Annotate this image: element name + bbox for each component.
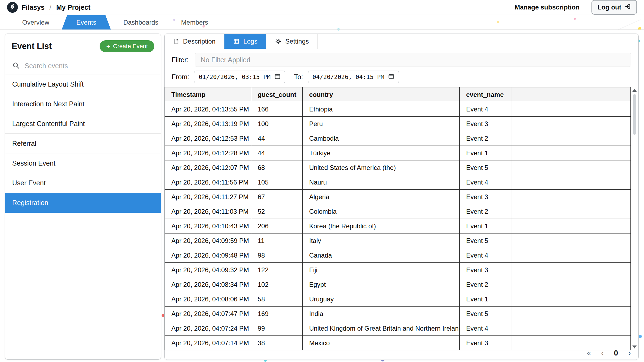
search-icon	[12, 62, 20, 70]
tab-description-label: Description	[183, 38, 215, 45]
cell-event-name: Event 4	[460, 321, 512, 336]
pagination-prev-button[interactable]: ‹	[601, 349, 604, 357]
app-logo[interactable]	[7, 2, 18, 13]
cell-event-name: Event 3	[460, 190, 512, 204]
create-event-button[interactable]: + Create Event	[100, 40, 154, 52]
nav-tab-dashboards[interactable]: Dashboards	[112, 15, 169, 29]
table-row[interactable]: Apr 20, 2026, 04:08:06 PM 58 Uruguay Eve…	[165, 292, 631, 307]
nav-tab-members[interactable]: Members	[170, 15, 220, 29]
calendar-icon[interactable]	[388, 73, 394, 81]
table-row[interactable]: Apr 20, 2026, 04:07:24 PM 99 United King…	[165, 321, 631, 336]
table-row[interactable]: Apr 20, 2026, 04:12:28 PM 44 Türkiye Eve…	[165, 146, 631, 160]
event-list-item[interactable]: Cumulative Layout Shift	[5, 74, 161, 94]
cell-country: Canada	[303, 248, 460, 263]
cell-timestamp: Apr 20, 2026, 04:07:14 PM	[165, 336, 251, 350]
cell-country: Cambodia	[303, 131, 460, 146]
cell-guest-count: 105	[251, 175, 303, 190]
calendar-icon[interactable]	[274, 73, 281, 81]
tab-logs[interactable]: Logs	[224, 34, 266, 49]
table-row[interactable]: Apr 20, 2026, 04:08:34 PM 102 Egypt Even…	[165, 277, 631, 292]
cell-guest-count: 100	[251, 117, 303, 131]
search-input[interactable]	[24, 62, 154, 70]
cell-event-name: Event 3	[460, 117, 512, 131]
table-row[interactable]: Apr 20, 2026, 04:11:56 PM 105 Nauru Even…	[165, 175, 631, 190]
cell-guest-count: 122	[251, 263, 303, 277]
cell-guest-count: 44	[251, 131, 303, 146]
cell-extra	[512, 321, 631, 336]
column-header-timestamp[interactable]: Timestamp	[165, 87, 251, 102]
logout-button[interactable]: Log out	[591, 0, 637, 15]
event-list-item[interactable]: Session Event	[5, 153, 161, 173]
event-list-item[interactable]: Registration	[5, 193, 161, 213]
pagination-next-button[interactable]: ›	[628, 349, 631, 357]
to-date-input[interactable]: 04/20/2026, 04:15 PM	[308, 71, 399, 83]
pagination-current-page: 0	[614, 349, 618, 357]
brand-name[interactable]: Filasys	[22, 4, 45, 11]
table-row[interactable]: Apr 20, 2026, 04:12:07 PM 68 United Stat…	[165, 160, 631, 175]
primary-nav: Overview Events Dashboards Members	[0, 15, 644, 30]
from-date-input[interactable]: 01/20/2026, 03:15 PM	[194, 71, 285, 83]
nav-tab-events[interactable]: Events	[62, 15, 111, 29]
column-header-guest-count[interactable]: guest_count	[251, 87, 303, 102]
table-row[interactable]: Apr 20, 2026, 04:13:55 PM 166 Ethiopia E…	[165, 102, 631, 117]
column-header-event-name[interactable]: event_name	[460, 87, 512, 102]
cell-timestamp: Apr 20, 2026, 04:09:32 PM	[165, 263, 251, 277]
scroll-down-arrow[interactable]	[632, 345, 637, 348]
event-list-item[interactable]: Referral	[5, 134, 161, 153]
manage-subscription-link[interactable]: Manage subscription	[515, 4, 580, 11]
cell-timestamp: Apr 20, 2026, 04:13:19 PM	[165, 117, 251, 131]
table-row[interactable]: Apr 20, 2026, 04:07:47 PM 169 India Even…	[165, 307, 631, 321]
logout-button-label: Log out	[597, 4, 621, 11]
cell-timestamp: Apr 20, 2026, 04:11:56 PM	[165, 175, 251, 190]
cell-event-name: Event 5	[460, 160, 512, 175]
cell-event-name: Event 5	[460, 233, 512, 248]
cell-timestamp: Apr 20, 2026, 04:07:24 PM	[165, 321, 251, 336]
cell-country: United States of America (the)	[303, 160, 460, 175]
tab-settings[interactable]: Settings	[266, 34, 318, 49]
column-header-country[interactable]: country	[303, 87, 460, 102]
cell-extra	[512, 160, 631, 175]
tab-settings-label: Settings	[285, 38, 309, 45]
table-row[interactable]: Apr 20, 2026, 04:10:43 PM 206 Korea (the…	[165, 219, 631, 233]
cell-country: United Kingdom of Great Britain and Nort…	[303, 321, 460, 336]
cell-country: Colombia	[303, 204, 460, 219]
project-name[interactable]: My Project	[56, 4, 90, 11]
table-row[interactable]: Apr 20, 2026, 04:13:19 PM 100 Peru Event…	[165, 117, 631, 131]
cell-country: Fiji	[303, 263, 460, 277]
cell-extra	[512, 336, 631, 350]
scroll-up-arrow[interactable]	[632, 89, 637, 92]
tab-description[interactable]: Description	[165, 34, 224, 49]
filter-input[interactable]	[195, 53, 632, 67]
cell-event-name: Event 4	[460, 175, 512, 190]
table-row[interactable]: Apr 20, 2026, 04:11:03 PM 52 Colombia Ev…	[165, 204, 631, 219]
nav-tab-overview[interactable]: Overview	[11, 15, 61, 29]
table-row[interactable]: Apr 20, 2026, 04:09:59 PM 11 Italy Event…	[165, 233, 631, 248]
cell-event-name: Event 1	[460, 219, 512, 233]
column-header-extra	[512, 87, 631, 102]
table-scrollbar[interactable]	[631, 88, 638, 350]
cell-timestamp: Apr 20, 2026, 04:08:34 PM	[165, 277, 251, 292]
table-row[interactable]: Apr 20, 2026, 04:07:14 PM 38 Mexico Even…	[165, 336, 631, 350]
cell-extra	[512, 263, 631, 277]
table-row[interactable]: Apr 20, 2026, 04:09:48 PM 98 Canada Even…	[165, 248, 631, 263]
event-list-item[interactable]: Largest Contentful Paint	[5, 114, 161, 134]
cell-timestamp: Apr 20, 2026, 04:09:48 PM	[165, 248, 251, 263]
table-row[interactable]: Apr 20, 2026, 04:12:53 PM 44 Cambodia Ev…	[165, 131, 631, 146]
cell-country: Peru	[303, 117, 460, 131]
cell-country: Mexico	[303, 336, 460, 350]
cell-extra	[512, 277, 631, 292]
table-row[interactable]: Apr 20, 2026, 04:11:27 PM 67 Algeria Eve…	[165, 190, 631, 204]
event-list-item[interactable]: Interaction to Next Paint	[5, 94, 161, 114]
cell-timestamp: Apr 20, 2026, 04:10:43 PM	[165, 219, 251, 233]
cell-country: Egypt	[303, 277, 460, 292]
leaf-icon	[9, 3, 16, 11]
cell-guest-count: 68	[251, 160, 303, 175]
cell-guest-count: 58	[251, 292, 303, 307]
table-row[interactable]: Apr 20, 2026, 04:09:32 PM 122 Fiji Event…	[165, 263, 631, 277]
plus-icon: +	[106, 43, 110, 50]
pagination-first-button[interactable]: «	[587, 349, 591, 357]
scrollbar-thumb[interactable]	[633, 94, 636, 135]
cell-event-name: Event 3	[460, 263, 512, 277]
cell-extra	[512, 102, 631, 117]
event-list-item[interactable]: User Event	[5, 173, 161, 193]
